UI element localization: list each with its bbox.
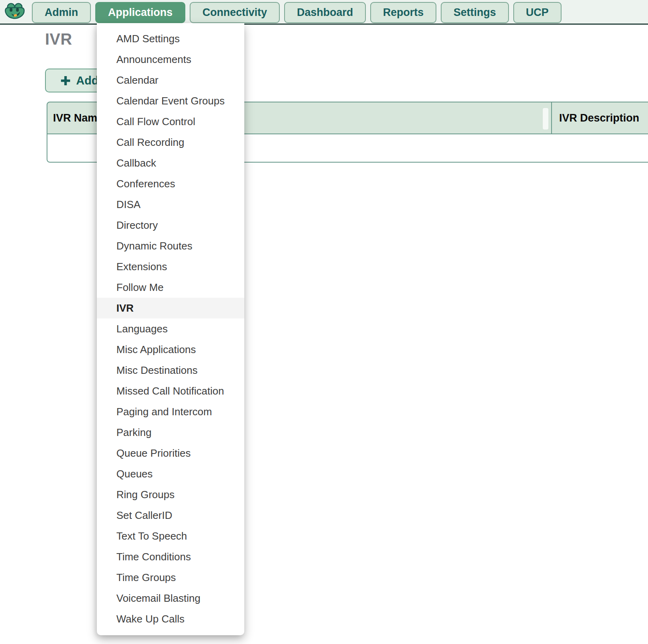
menu-item[interactable]: Voicemail Blasting xyxy=(97,588,244,609)
nav-tabs: Admin Applications Connectivity Dashboar… xyxy=(32,2,562,23)
column-header-ivr-description[interactable]: IVR Description xyxy=(552,102,648,134)
menu-item[interactable]: Calendar xyxy=(97,70,244,90)
menu-item[interactable]: Time Groups xyxy=(97,567,244,588)
menu-item[interactable]: Paging and Intercom xyxy=(97,401,244,422)
nav-tab[interactable]: Connectivity xyxy=(190,2,280,23)
menu-item[interactable]: Announcements xyxy=(97,49,244,70)
applications-dropdown-menu: AMD Settings Announcements Calendar Cale… xyxy=(97,23,244,635)
menu-item[interactable]: DISA xyxy=(97,194,244,215)
plus-icon xyxy=(60,75,71,86)
menu-item[interactable]: Directory xyxy=(97,215,244,236)
menu-item[interactable]: Missed Call Notification xyxy=(97,381,244,401)
menu-item[interactable]: Misc Destinations xyxy=(97,360,244,381)
frog-icon xyxy=(4,2,26,23)
menu-item[interactable]: Set CallerID xyxy=(97,505,244,526)
nav-tab[interactable]: Reports xyxy=(370,2,436,23)
menu-item[interactable]: IVR xyxy=(97,298,244,318)
column-header-ivr-description-label: IVR Description xyxy=(559,112,639,124)
nav-tab[interactable]: Settings xyxy=(441,2,509,23)
menu-item[interactable]: Call Recording xyxy=(97,132,244,153)
menu-item[interactable]: Parking xyxy=(97,422,244,443)
column-header-ivr-name-label: IVR Name xyxy=(53,112,103,124)
nav-tab[interactable]: Applications xyxy=(95,2,185,23)
menu-item[interactable]: Extensions xyxy=(97,256,244,277)
menu-item[interactable]: AMD Settings xyxy=(97,28,244,49)
menu-item[interactable]: Callback xyxy=(97,153,244,173)
sort-indicator xyxy=(543,108,548,130)
menu-item[interactable]: Languages xyxy=(97,318,244,339)
menu-item[interactable]: Queue Priorities xyxy=(97,443,244,463)
nav-tab[interactable]: Dashboard xyxy=(284,2,366,23)
menu-item[interactable]: Misc Applications xyxy=(97,339,244,360)
top-navbar: Admin Applications Connectivity Dashboar… xyxy=(0,0,648,25)
menu-item[interactable]: Queues xyxy=(97,463,244,484)
menu-item[interactable]: Follow Me xyxy=(97,277,244,298)
menu-item[interactable]: Conferences xyxy=(97,173,244,194)
menu-item[interactable]: Ring Groups xyxy=(97,484,244,505)
menu-item[interactable]: Calendar Event Groups xyxy=(97,90,244,111)
menu-item[interactable]: Text To Speech xyxy=(97,526,244,546)
nav-tab[interactable]: UCP xyxy=(513,2,562,23)
menu-item[interactable]: Wake Up Calls xyxy=(97,609,244,629)
menu-item[interactable]: Call Flow Control xyxy=(97,111,244,132)
add-button-label: Add xyxy=(76,74,98,87)
menu-item[interactable]: Time Conditions xyxy=(97,546,244,567)
nav-tab[interactable]: Admin xyxy=(32,2,91,23)
freepbx-frog-logo-icon[interactable] xyxy=(4,2,26,23)
menu-item[interactable]: Dynamic Routes xyxy=(97,236,244,256)
page-title: IVR xyxy=(45,30,72,48)
